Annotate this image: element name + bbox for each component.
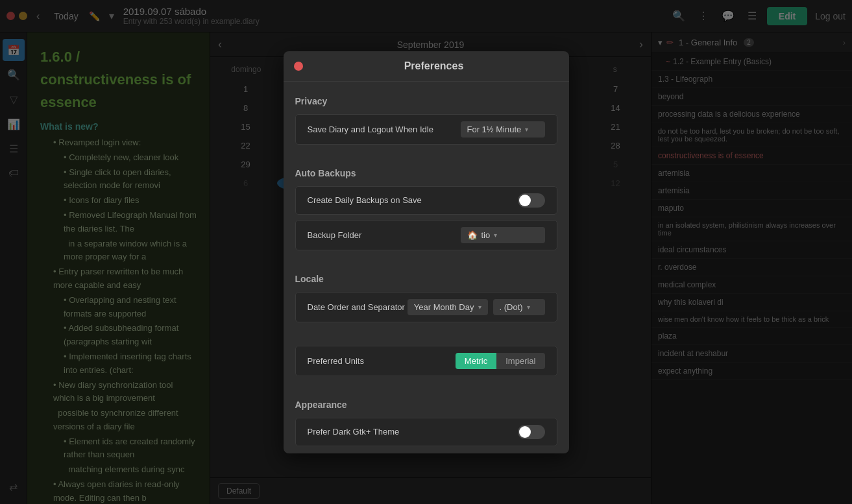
date-order-row: Date Order and Separator Year Month Day …	[295, 292, 557, 322]
appearance-section: Appearance Prefer Dark Gtk+ Theme	[284, 390, 569, 446]
imperial-button[interactable]: Imperial	[496, 353, 544, 369]
save-diary-label: Save Diary and Logout When Idle	[308, 125, 433, 134]
units-row: Preferred Units Metric Imperial	[295, 346, 557, 376]
dark-theme-label: Prefer Dark Gtk+ Theme	[308, 427, 400, 437]
dark-theme-toggle[interactable]	[518, 425, 545, 439]
create-daily-label: Create Daily Backups on Save	[308, 195, 422, 205]
date-order-container: Year Month Day ▾ . (Dot) ▾	[408, 299, 545, 315]
locale-title: Locale	[295, 274, 557, 284]
modal-overlay[interactable]: Preferences Privacy Save Diary and Logou…	[0, 0, 852, 504]
save-diary-select[interactable]: For 1½ Minute ▾	[461, 121, 545, 138]
date-order-select[interactable]: Year Month Day ▾	[408, 299, 488, 315]
appearance-title: Appearance	[295, 400, 557, 410]
units-label: Preferred Units	[308, 356, 364, 366]
modal-close-button[interactable]	[294, 62, 303, 71]
preferences-modal: Preferences Privacy Save Diary and Logou…	[284, 51, 569, 453]
date-order-label: Date Order and Separator	[308, 302, 405, 312]
modal-title: Preferences	[310, 60, 559, 72]
backup-folder-select[interactable]: 🏠 tio ▾	[461, 227, 545, 243]
metric-button[interactable]: Metric	[456, 353, 496, 369]
save-diary-row: Save Diary and Logout When Idle For 1½ M…	[295, 114, 557, 145]
date-order-value: Year Month Day	[414, 302, 474, 312]
units-section: Preferred Units Metric Imperial	[284, 337, 569, 376]
separator-value: . (Dot)	[500, 302, 523, 312]
backup-folder-label: Backup Folder	[308, 230, 362, 240]
backup-folder-value: tio	[481, 230, 491, 240]
date-order-arrow: ▾	[478, 304, 481, 311]
auto-backups-title: Auto Backups	[295, 168, 557, 178]
folder-arrow: ▾	[494, 232, 497, 239]
folder-icon: 🏠	[467, 230, 478, 240]
privacy-section: Privacy Save Diary and Logout When Idle …	[284, 87, 569, 145]
dark-theme-row: Prefer Dark Gtk+ Theme	[295, 418, 557, 446]
create-daily-row: Create Daily Backups on Save	[295, 186, 557, 215]
create-daily-toggle[interactable]	[518, 193, 545, 208]
save-diary-value: For 1½ Minute	[467, 125, 522, 134]
auto-backups-section: Auto Backups Create Daily Backups on Sav…	[284, 159, 569, 250]
separator-arrow: ▾	[527, 304, 530, 311]
modal-header: Preferences	[284, 51, 569, 82]
privacy-title: Privacy	[295, 96, 557, 106]
save-diary-arrow: ▾	[525, 126, 528, 133]
separator-select[interactable]: . (Dot) ▾	[493, 299, 545, 315]
backup-folder-row: Backup Folder 🏠 tio ▾	[295, 220, 557, 250]
locale-section: Locale Date Order and Separator Year Mon…	[284, 265, 569, 322]
units-toggle: Metric Imperial	[456, 353, 545, 369]
modal-body: Privacy Save Diary and Logout When Idle …	[284, 82, 569, 453]
